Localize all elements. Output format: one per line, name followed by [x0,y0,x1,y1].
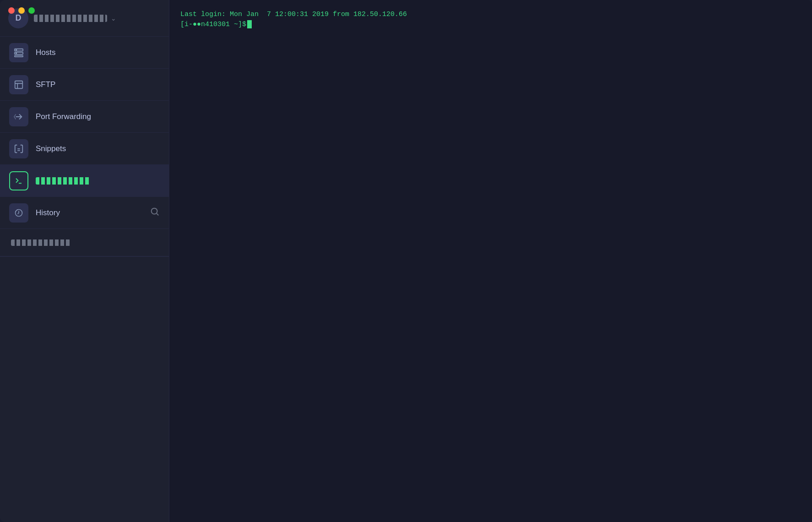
sidebar-item-sftp[interactable]: SFTP [0,69,169,101]
hosts-label: Hosts [36,48,55,57]
active-connection-label [36,177,91,185]
terminal-area[interactable]: Last login: Mon Jan 7 12:00:31 2019 from… [169,0,812,522]
sftp-icon [9,75,28,94]
sidebar-item-active-connection[interactable] [0,165,169,197]
sidebar-item-hosts[interactable]: Hosts [0,37,169,69]
history-header: History [0,197,169,229]
sftp-label: SFTP [36,80,55,89]
username-area: ⌄ [34,15,161,22]
history-icon [9,203,28,223]
history-item-text [11,239,70,246]
close-button[interactable] [8,7,15,14]
svg-line-14 [157,213,158,215]
sidebar-item-port-forwarding[interactable]: Port Forwarding [0,101,169,133]
svg-rect-2 [15,55,23,57]
sidebar-item-snippets[interactable]: Snippets [0,133,169,165]
port-forwarding-icon [9,107,28,126]
terminal-icon [9,171,28,190]
svg-point-4 [16,53,17,54]
search-icon[interactable] [150,207,160,219]
username-display [34,15,107,22]
maximize-button[interactable] [28,7,35,14]
history-label: History [36,208,150,218]
terminal-prompt-text: [i-●●n410301 ~]$ [180,21,246,28]
svg-rect-5 [15,81,23,88]
terminal-last-login: Last login: Mon Jan 7 12:00:31 2019 from… [180,9,801,20]
port-forwarding-label: Port Forwarding [36,112,91,121]
svg-point-13 [152,208,157,214]
svg-point-3 [16,49,17,50]
sidebar: d ⌄ Hosts [0,0,169,522]
sidebar-header: d ⌄ [0,0,169,37]
history-list-item[interactable] [0,229,169,256]
minimize-button[interactable] [18,7,25,14]
chevron-down-icon[interactable]: ⌄ [111,15,116,22]
window-controls [8,7,35,14]
snippets-label: Snippets [36,144,66,153]
history-section: History [0,197,169,257]
terminal-cursor [247,20,252,28]
hosts-icon [9,43,28,62]
snippets-icon [9,139,28,158]
terminal-prompt: [i-●●n410301 ~]$ [180,20,801,28]
